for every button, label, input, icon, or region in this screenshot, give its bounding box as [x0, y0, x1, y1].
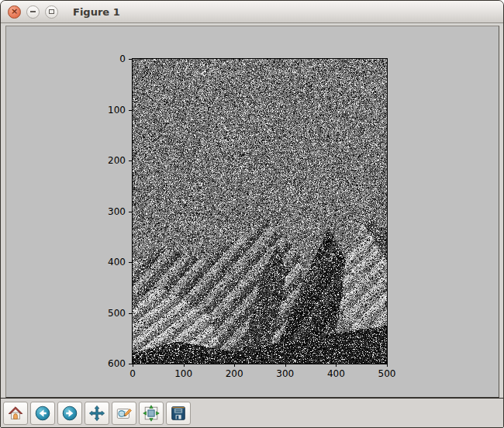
maximize-button[interactable]: [45, 5, 58, 19]
home-icon: [7, 405, 24, 422]
figure-window: × Figure 1 0100200300400500 010020030040…: [0, 0, 504, 428]
y-tick-label: 0: [119, 54, 126, 64]
back-button[interactable]: [30, 402, 55, 425]
zoom-to-rect-icon: [116, 405, 133, 422]
titlebar: × Figure 1: [1, 1, 503, 23]
x-tick-mark: [133, 364, 133, 367]
x-tick-mark: [234, 364, 235, 367]
y-tick-label: 400: [108, 257, 126, 268]
figure-canvas-area: 0100200300400500 0100200300400500600: [5, 26, 499, 398]
save-button[interactable]: [166, 402, 191, 425]
y-tick-mark: [129, 160, 132, 161]
save-floppy-icon: [170, 405, 187, 422]
x-tick-label: 100: [174, 368, 192, 379]
close-icon: ×: [11, 7, 18, 16]
x-tick-label: 300: [276, 368, 294, 379]
y-tick-label: 100: [108, 105, 126, 116]
y-tick-mark: [129, 212, 132, 212]
navigation-toolbar: [1, 398, 503, 427]
y-tick-label: 600: [108, 358, 126, 369]
back-arrow-icon: [34, 405, 51, 422]
x-tick-mark: [285, 364, 286, 367]
y-tick-mark: [129, 110, 132, 111]
forward-arrow-icon: [61, 405, 78, 422]
configure-subplots-icon: [143, 405, 160, 422]
configure-subplots-button[interactable]: [139, 402, 164, 425]
image-canvas[interactable]: [133, 59, 387, 364]
x-tick-mark: [336, 364, 337, 367]
x-tick-label: 500: [378, 368, 396, 379]
pan-button[interactable]: [85, 402, 109, 425]
x-tick-mark: [387, 364, 388, 367]
home-button[interactable]: [3, 402, 28, 425]
maximize-icon: [49, 9, 54, 14]
y-tick-mark: [129, 262, 132, 263]
y-tick-label: 200: [108, 155, 126, 166]
window-title: Figure 1: [73, 6, 120, 18]
x-tick-mark: [184, 364, 185, 367]
y-tick-label: 500: [108, 308, 126, 319]
minimize-icon: [30, 11, 36, 12]
minimize-button[interactable]: [26, 5, 40, 19]
y-tick-label: 300: [108, 206, 126, 217]
y-tick-mark: [129, 59, 132, 60]
y-tick-mark: [129, 313, 132, 314]
zoom-to-rect-button[interactable]: [112, 402, 136, 425]
x-tick-label: 200: [226, 368, 243, 379]
pan-move-icon: [88, 405, 105, 422]
forward-button[interactable]: [57, 402, 82, 425]
close-button[interactable]: ×: [8, 5, 21, 19]
x-tick-label: 400: [327, 368, 345, 379]
axes: 0100200300400500 0100200300400500600: [132, 58, 388, 364]
x-tick-label: 0: [129, 368, 136, 379]
y-tick-mark: [129, 364, 132, 364]
